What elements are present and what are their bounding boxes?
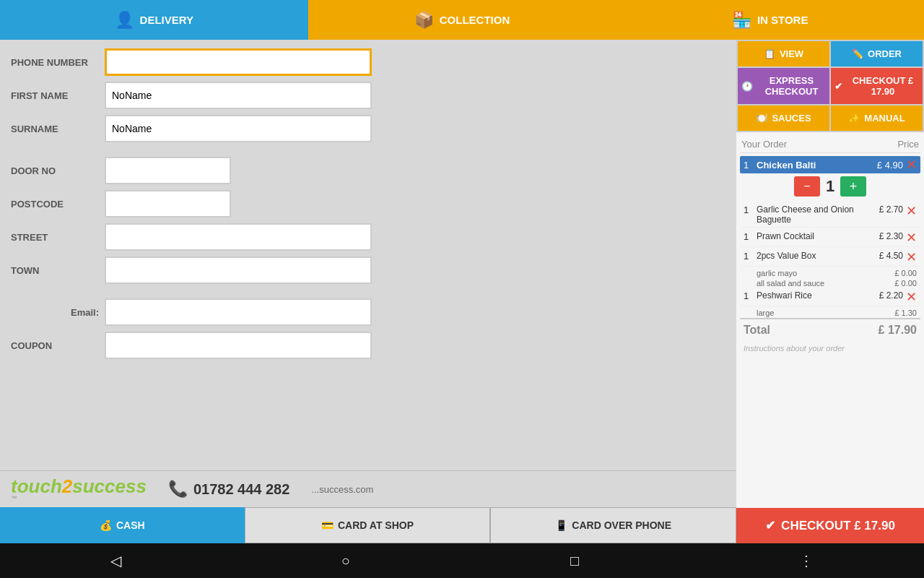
phone-row: PHONE NUMBER — [11, 48, 725, 76]
item-price: £ 2.20 — [879, 290, 903, 301]
item-price: £ 4.90 — [877, 160, 903, 171]
surname-row: SURNAME — [11, 115, 725, 142]
express-checkout-button[interactable]: 🕐 EXPRESS CHECKOUT — [738, 68, 829, 104]
item-price: £ 2.70 — [879, 204, 903, 215]
total-label: Total — [744, 324, 770, 337]
item-name: Chicken Balti — [757, 160, 877, 171]
sauces-button[interactable]: 🍽️ SAUCES — [738, 105, 829, 131]
order-item-garlic-cheese[interactable]: 1 Garlic Cheese and Onion Baguette £ 2.7… — [740, 202, 920, 228]
qty-controls: − 1 + — [740, 175, 920, 198]
item-name: Prawn Cocktail — [757, 231, 879, 241]
coupon-label: COUPON — [11, 340, 105, 351]
android-menu-button[interactable]: ⋮ — [799, 552, 814, 569]
checkmark-icon: ✔ — [834, 81, 842, 92]
street-label: STREET — [11, 232, 105, 243]
checkout-label: CHECKOUT £ 17.90 — [781, 519, 895, 533]
phone-label: PHONE NUMBER — [11, 57, 105, 68]
coupon-row: COUPON — [11, 332, 725, 359]
card-phone-icon: 📱 — [555, 519, 567, 531]
town-input[interactable] — [105, 256, 372, 284]
order-list: Your Order Price 1 Chicken Balti £ 4.90 … — [736, 132, 924, 508]
delivery-icon: 👤 — [115, 11, 134, 30]
order-icon: ✏️ — [852, 48, 863, 59]
qty-plus-button[interactable]: + — [840, 176, 866, 197]
order-instructions[interactable]: Instructions about your order — [740, 341, 920, 355]
collection-button[interactable]: 📦 COLLECTION — [308, 0, 616, 40]
order-item-chicken-balti[interactable]: 1 Chicken Balti £ 4.90 ✕ — [740, 156, 920, 173]
collection-label: COLLECTION — [440, 14, 510, 26]
checkout-bottom-button[interactable]: ✔ CHECKOUT £ 17.90 — [736, 508, 924, 543]
phone-input[interactable] — [105, 48, 372, 76]
manual-button[interactable]: ✨ MANUAL — [831, 105, 923, 131]
item-qty: 1 — [744, 204, 757, 215]
email-display: ...success.com — [311, 484, 373, 495]
item-price: £ 4.50 — [879, 251, 903, 261]
manual-label: MANUAL — [864, 113, 905, 124]
delivery-button[interactable]: 👤 DELIVERY — [0, 0, 308, 40]
order-item-prawn[interactable]: 1 Prawn Cocktail £ 2.30 ✕ — [740, 229, 920, 247]
payment-row: 💰 CASH 💳 CARD AT SHOP 📱 CARD OVER PHONE — [0, 507, 736, 543]
phone-display: 📞 01782 444 282 — [168, 480, 289, 499]
qty-minus-button[interactable]: − — [794, 176, 820, 197]
checkout-top-button[interactable]: ✔ CHECKOUT £ 17.90 — [831, 68, 923, 104]
price-col-label: Price — [897, 139, 919, 150]
item-name: 2pcs Value Box — [757, 251, 879, 261]
item-qty: 1 — [744, 251, 757, 262]
firstname-row: FIRST NAME — [11, 82, 725, 109]
card-shop-label: CARD AT SHOP — [338, 519, 414, 531]
town-row: TOWN — [11, 256, 725, 284]
android-home-button[interactable]: ○ — [341, 553, 350, 569]
card-shop-button[interactable]: 💳 CARD AT SHOP — [245, 507, 491, 543]
street-input[interactable] — [105, 223, 372, 251]
postcode-input[interactable] — [105, 190, 231, 217]
card-phone-button[interactable]: 📱 CARD OVER PHONE — [490, 507, 736, 543]
postcode-row: POSTCODE — [11, 190, 725, 217]
firstname-input[interactable] — [105, 82, 372, 109]
cash-icon: 💰 — [100, 519, 112, 531]
express-label: EXPRESS CHECKOUT — [757, 75, 826, 97]
qty-display: 1 — [826, 177, 834, 196]
android-back-button[interactable]: ◁ — [110, 552, 121, 569]
email-input[interactable] — [105, 298, 372, 326]
street-row: STREET — [11, 223, 725, 251]
sub-price: £ 0.00 — [894, 269, 917, 277]
item-qty: 1 — [744, 160, 757, 171]
delete-icon[interactable]: ✕ — [906, 204, 917, 217]
android-nav-bar: ◁ ○ □ ⋮ — [0, 543, 924, 578]
item-qty: 1 — [744, 231, 757, 242]
town-label: TOWN — [11, 265, 105, 276]
doorno-input[interactable] — [105, 157, 231, 184]
delete-icon[interactable]: ✕ — [906, 231, 917, 244]
android-recents-button[interactable]: □ — [570, 553, 579, 569]
instore-button[interactable]: 🏪 IN STORE — [616, 0, 924, 40]
surname-label: SURNAME — [11, 124, 105, 134]
coupon-input[interactable] — [105, 332, 372, 359]
view-icon: 📋 — [764, 48, 775, 59]
right-top-buttons: 📋 VIEW ✏️ ORDER 🕐 EXPRESS CHECKOUT ✔ CHE… — [736, 40, 924, 132]
order-item-peshwari[interactable]: 1 Peshwari Rice £ 2.20 ✕ — [740, 288, 920, 306]
item-price: £ 2.30 — [879, 231, 903, 241]
order-label: ORDER — [868, 48, 902, 59]
delete-icon[interactable]: ✕ — [906, 290, 917, 303]
delete-icon[interactable]: ✕ — [906, 251, 917, 264]
sub-item-salad: all salad and sauce £ 0.00 — [740, 278, 920, 288]
email-row: Email: — [11, 298, 725, 326]
cash-button[interactable]: 💰 CASH — [0, 507, 245, 543]
delete-icon[interactable]: ✕ — [906, 158, 917, 171]
cash-label: CASH — [116, 519, 145, 531]
view-label: VIEW — [780, 48, 803, 59]
sauces-icon: 🍽️ — [756, 113, 767, 124]
order-item-value-box[interactable]: 1 2pcs Value Box £ 4.50 ✕ — [740, 249, 920, 267]
doorno-label: DOOR NO — [11, 165, 105, 176]
manual-icon: ✨ — [848, 113, 860, 124]
logo: touch2success ™ — [11, 477, 147, 501]
postcode-label: POSTCODE — [11, 199, 105, 210]
surname-input[interactable] — [105, 115, 372, 142]
view-button[interactable]: 📋 VIEW — [738, 41, 829, 66]
sub-item-large: large £ 1.30 — [740, 308, 920, 318]
sauces-label: SAUCES — [772, 113, 811, 124]
contact-area: touch2success ™ 📞 01782 444 282 ...succe… — [0, 470, 736, 507]
right-panel: 📋 VIEW ✏️ ORDER 🕐 EXPRESS CHECKOUT ✔ CHE… — [736, 40, 924, 543]
order-button[interactable]: ✏️ ORDER — [831, 41, 923, 66]
email-label: Email: — [11, 307, 105, 318]
